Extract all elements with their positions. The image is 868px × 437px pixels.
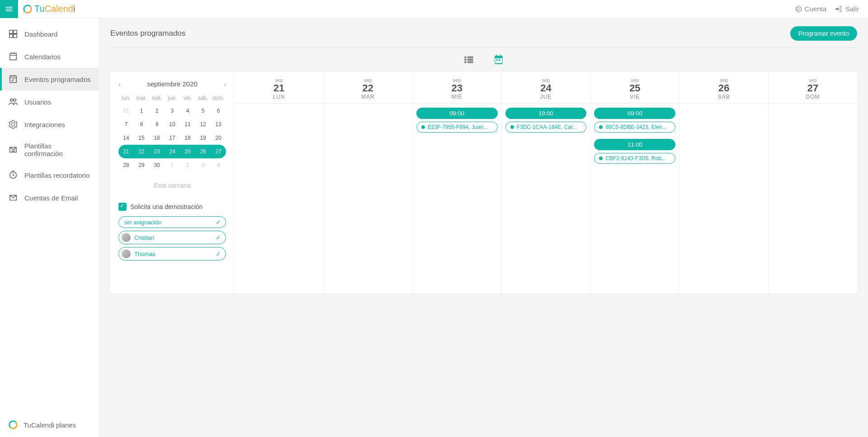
dashboard-icon xyxy=(8,29,18,39)
mini-day[interactable]: 26 xyxy=(195,145,211,158)
mini-day[interactable]: 11 xyxy=(180,118,195,131)
day-body xyxy=(235,104,323,111)
mini-day[interactable]: 9 xyxy=(149,118,165,131)
mini-week-row[interactable]: 31123456 xyxy=(118,104,226,118)
mini-day[interactable]: 18 xyxy=(180,131,195,145)
sidebar-item-scheduled-events[interactable]: Eventos programados xyxy=(0,68,99,90)
mini-day[interactable]: 1 xyxy=(134,104,149,118)
event-type-label: Solicita una demostración xyxy=(130,203,203,210)
assignee-chip[interactable]: sin asignación✓ xyxy=(118,216,226,228)
mini-week-row[interactable]: 14151617181920 xyxy=(118,131,226,145)
mini-day[interactable]: 30 xyxy=(149,158,165,172)
mini-day[interactable]: 13 xyxy=(211,118,226,131)
event-pill[interactable]: 88C5-8DBE-3423, Elen... xyxy=(594,122,675,133)
mini-day[interactable]: 1 xyxy=(165,158,180,172)
day-weekday: VIE xyxy=(590,94,679,100)
sidebar-item-calendars[interactable]: Calendarios xyxy=(0,45,99,68)
this-week-button[interactable]: Esta semana xyxy=(118,172,226,203)
event-title: 88C5-8DBE-3423, Elen... xyxy=(605,124,666,130)
mini-day[interactable]: 4 xyxy=(211,158,226,172)
mini-day[interactable]: 20 xyxy=(211,131,226,145)
day-column: sep23MIÉ09:00B23F-7955-F894, Juan... xyxy=(413,72,502,294)
mini-day[interactable]: 2 xyxy=(180,158,195,172)
account-label: Cuenta xyxy=(805,5,826,13)
assignee-chip[interactable]: Thomas✓ xyxy=(118,247,226,261)
day-weekday: LUN xyxy=(235,94,323,100)
sidebar-item-confirm-templates[interactable]: Plantillas confirmación xyxy=(0,136,99,164)
schedule-event-button[interactable]: Programar evento xyxy=(790,26,857,41)
calendar-card: ‹ septiembre 2020 › lun.mar.mié.jue.vie.… xyxy=(110,72,857,294)
mini-day[interactable]: 3 xyxy=(165,104,180,118)
mini-day[interactable]: 16 xyxy=(149,131,165,145)
mini-day[interactable]: 17 xyxy=(165,131,180,145)
avatar xyxy=(122,249,131,258)
event-time-pill[interactable]: 19:00 xyxy=(505,108,587,119)
day-number: 21 xyxy=(235,83,323,94)
event-type-filter[interactable]: Solicita una demostración xyxy=(118,203,226,211)
sidebar-item-integrations[interactable]: Integraciones xyxy=(0,113,99,136)
mini-day[interactable]: 29 xyxy=(134,158,149,172)
mini-day[interactable]: 2 xyxy=(149,104,165,118)
event-pill[interactable]: F3DC-1CAA-164E, Car... xyxy=(505,122,587,133)
day-weekday: MAR xyxy=(324,94,412,100)
sidebar-item-label: Cuentas de Email xyxy=(24,194,78,202)
mini-day[interactable]: 10 xyxy=(165,118,180,131)
mini-day[interactable]: 28 xyxy=(118,158,134,172)
logout-icon xyxy=(835,5,843,13)
event-time-pill[interactable]: 11:00 xyxy=(594,139,675,150)
mini-day[interactable]: 15 xyxy=(134,131,149,145)
day-weekday: JUE xyxy=(502,94,590,100)
prev-month-button[interactable]: ‹ xyxy=(118,81,121,88)
checkbox-icon xyxy=(118,203,127,211)
mini-day[interactable]: 22 xyxy=(134,145,149,158)
mini-day[interactable]: 21 xyxy=(118,145,134,158)
logout-link[interactable]: Salir xyxy=(835,5,859,13)
mini-week-row[interactable]: 78910111213 xyxy=(118,118,226,131)
app-logo[interactable]: TuCalendi xyxy=(23,4,75,14)
event-time-pill[interactable]: 09:00 xyxy=(594,108,675,119)
sidebar-item-reminder-templates[interactable]: Plantillas recordatorio xyxy=(0,164,99,186)
calendar-view-icon[interactable] xyxy=(493,54,505,66)
sidebar-item-email-accounts[interactable]: Cuentas de Email xyxy=(0,186,99,209)
event-pill[interactable]: B23F-7955-F894, Juan... xyxy=(416,122,498,133)
mini-dow: lun. xyxy=(118,92,134,104)
day-weekday: DOM xyxy=(769,94,857,100)
mini-week-row[interactable]: 2829301234 xyxy=(118,158,226,172)
mini-day[interactable]: 5 xyxy=(195,104,211,118)
sidebar-item-label: Integraciones xyxy=(24,121,65,128)
logout-label: Salir xyxy=(845,5,859,13)
mini-day[interactable]: 27 xyxy=(211,145,226,158)
assignee-chip[interactable]: Cristian✓ xyxy=(118,231,226,244)
mini-day[interactable]: 4 xyxy=(180,104,195,118)
sidebar-item-dashboard[interactable]: Dashboard xyxy=(0,23,99,45)
mini-day[interactable]: 12 xyxy=(195,118,211,131)
mini-day[interactable]: 31 xyxy=(118,104,134,118)
event-title: B23F-7955-F894, Juan... xyxy=(428,124,488,130)
scheduled-events-icon xyxy=(8,74,18,84)
mini-week-row[interactable]: 21222324252627 xyxy=(118,145,226,158)
mini-day[interactable]: 25 xyxy=(180,145,195,158)
day-weekday: SÁB xyxy=(679,94,768,100)
integrations-icon xyxy=(8,119,18,129)
account-link[interactable]: Cuenta xyxy=(794,5,826,13)
mini-day[interactable]: 8 xyxy=(134,118,149,131)
mini-day[interactable]: 24 xyxy=(165,145,180,158)
mini-day[interactable]: 19 xyxy=(195,131,211,145)
sidebar-footer-plans[interactable]: TuCalendi planes xyxy=(0,413,99,437)
event-time-pill[interactable]: 09:00 xyxy=(416,108,498,119)
event-pill[interactable]: CBF2-8143-F3D5, Rob... xyxy=(594,153,675,164)
sidebar-item-users[interactable]: Usuarios xyxy=(0,90,99,113)
mini-day[interactable]: 23 xyxy=(149,145,165,158)
day-number: 22 xyxy=(324,83,412,94)
mini-day[interactable]: 14 xyxy=(118,131,134,145)
mini-day[interactable]: 3 xyxy=(195,158,211,172)
day-header: sep24JUE xyxy=(502,72,590,104)
mini-day[interactable]: 6 xyxy=(211,104,226,118)
menu-toggle-button[interactable] xyxy=(0,0,18,18)
mini-day[interactable]: 7 xyxy=(118,118,134,131)
list-view-icon[interactable] xyxy=(463,54,475,66)
page-title: Eventos programados xyxy=(110,29,185,38)
assignee-label: Cristian xyxy=(134,234,216,241)
event-dot-icon xyxy=(599,125,603,129)
next-month-button[interactable]: › xyxy=(224,81,226,88)
